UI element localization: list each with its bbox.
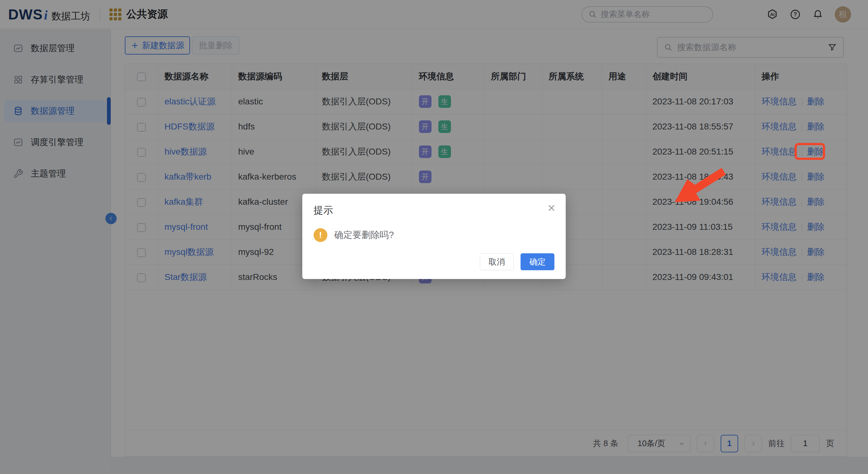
dialog-title: 提示 [314, 204, 333, 217]
dialog-close-icon[interactable]: ✕ [547, 203, 556, 213]
dialog-body: ! 确定要删除吗? [314, 228, 394, 242]
warning-icon: ! [314, 228, 328, 242]
dialog-message: 确定要删除吗? [334, 229, 394, 242]
confirm-button[interactable]: 确定 [521, 253, 554, 270]
delete-confirm-dialog: 提示 ✕ ! 确定要删除吗? 取消 确定 [302, 194, 566, 279]
dialog-footer: 取消 确定 [480, 253, 554, 270]
cancel-button[interactable]: 取消 [480, 253, 514, 270]
